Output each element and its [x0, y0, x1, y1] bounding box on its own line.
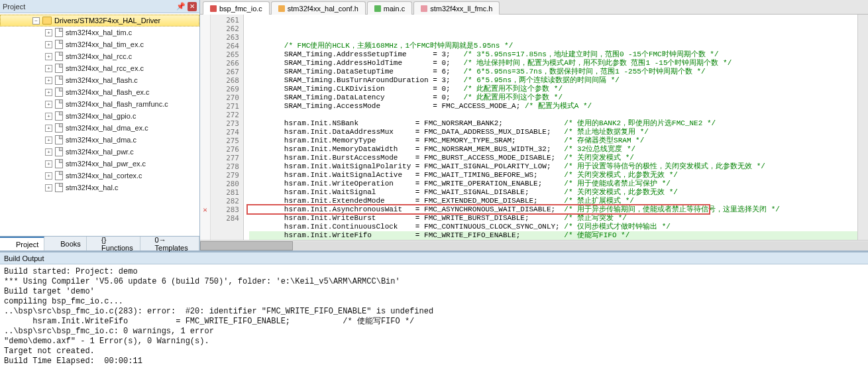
- expand-icon[interactable]: +: [45, 101, 52, 108]
- tree-file-item[interactable]: +stm32f4xx_hal_flash_ramfunc.c: [0, 98, 199, 110]
- tree-file-item[interactable]: +stm32f4xx_hal.c: [0, 182, 199, 193]
- c-file-icon: [55, 111, 63, 121]
- close-icon[interactable]: ✕: [188, 2, 197, 11]
- c-file-icon: [55, 159, 63, 168]
- code-line[interactable]: hsram.Init.ContinuousClock = FMC_CONTINU…: [249, 223, 857, 231]
- file-status-icon: [278, 5, 285, 12]
- expand-icon[interactable]: +: [45, 113, 52, 120]
- tree-file-item[interactable]: +stm32f4xx_hal_tim.c: [0, 27, 199, 38]
- code-line[interactable]: hsram.Init.WaitSignalActive = FMC_WAIT_T…: [249, 171, 857, 180]
- sidebar-tab-functions[interactable]: {} Functions: [87, 237, 140, 250]
- expand-icon[interactable]: +: [45, 137, 52, 144]
- tree-folder-drivers[interactable]: − Drivers/STM32F4xx_HAL_Driver: [0, 15, 199, 27]
- tree-file-label: stm32f4xx_hal_gpio.c: [66, 112, 136, 120]
- tree-file-label: stm32f4xx_hal_flash.c: [66, 76, 138, 84]
- tree-file-item[interactable]: +stm32f4xx_hal_dma_ex.c: [0, 122, 199, 134]
- sidebar-header-controls: 📌 ✕: [176, 2, 197, 11]
- code-line[interactable]: hsram.Init.ExtendedMode = FMC_EXTENDED_M…: [249, 197, 857, 205]
- code-line[interactable]: hsram.Init.DataAddressMux = FMC_DATA_ADD…: [249, 128, 857, 137]
- code-line[interactable]: hsram.Init.WaitSignalPolarity = FMC_WAIT…: [249, 162, 857, 171]
- tree-file-item[interactable]: +stm32f4xx_hal_flash.c: [0, 74, 199, 86]
- expand-icon[interactable]: +: [45, 160, 52, 168]
- code-line[interactable]: hsram.Init.MemoryDataWidth = FMC_NORSRAM…: [249, 145, 857, 154]
- c-file-icon: [55, 183, 63, 192]
- code-line[interactable]: hsram.Init.WriteFifo = FMC_WRITE_FIFO_EN…: [249, 231, 857, 240]
- code-line[interactable]: hsram.Init.MemoryType = FMC_MEMORY_TYPE_…: [249, 137, 857, 145]
- code-line[interactable]: hsram.Init.BurstAccessMode = FMC_BURST_A…: [249, 154, 857, 162]
- c-file-icon: [55, 123, 63, 133]
- tree-file-item[interactable]: +stm32f4xx_hal_flash_ex.c: [0, 86, 199, 98]
- collapse-icon[interactable]: −: [32, 17, 40, 25]
- editor-tab-label: stm32f4xx_ll_fmc.h: [430, 5, 492, 13]
- code-view[interactable]: /* FMC使用的HCLK，主频168MHz，1个FMC时钟周期就是5.95ns…: [244, 15, 857, 240]
- code-line[interactable]: SRAM_Timing.BusTurnAroundDuration = 3; /…: [249, 76, 857, 85]
- expand-icon[interactable]: +: [45, 89, 52, 96]
- code-line[interactable]: hsram.Init.WriteOperation = FMC_WRITE_OP…: [249, 180, 857, 188]
- sidebar-tab-label: Project: [16, 241, 38, 248]
- tree-file-item[interactable]: +stm32f4xx_hal_dma.c: [0, 134, 199, 146]
- tree-file-list: +stm32f4xx_hal_tim.c+stm32f4xx_hal_tim_e…: [0, 27, 199, 193]
- code-line[interactable]: /* FMC使用的HCLK，主频168MHz，1个FMC时钟周期就是5.95ns…: [249, 42, 857, 50]
- expand-icon[interactable]: +: [45, 65, 52, 72]
- editor-tab[interactable]: main.c: [367, 1, 412, 15]
- c-file-icon: [55, 171, 63, 180]
- scrollbar-thumb[interactable]: [200, 241, 293, 250]
- tree-file-item[interactable]: +stm32f4xx_hal_pwr_ex.c: [0, 158, 199, 170]
- c-file-icon: [55, 40, 63, 49]
- editor-tab[interactable]: stm32f4xx_ll_fmc.h: [413, 1, 500, 15]
- code-line[interactable]: hsram.Init.AsynchronousWait = FMC_ASYNCH…: [249, 205, 857, 214]
- tree-file-item[interactable]: +stm32f4xx_hal_cortex.c: [0, 170, 199, 182]
- tree-file-label: stm32f4xx_hal_flash_ex.c: [66, 88, 150, 96]
- tree-file-item[interactable]: +stm32f4xx_hal_tim_ex.c: [0, 38, 199, 50]
- vertical-scrollbar[interactable]: [857, 15, 868, 240]
- sidebar-bottom-tabs: ProjectBooks{} Functions0→ Templates: [0, 236, 199, 250]
- line-number-gutter: 2612622632642652662672682692702712722732…: [211, 15, 244, 240]
- functions-icon: [92, 240, 99, 248]
- sidebar-tab-label: Books: [60, 240, 81, 248]
- expand-icon[interactable]: +: [45, 41, 52, 48]
- error-marker-icon[interactable]: ✕: [200, 205, 210, 214]
- code-line[interactable]: hsram.Init.NSBank = FMC_NORSRAM_BANK2; /…: [249, 119, 857, 128]
- code-line[interactable]: [249, 111, 857, 119]
- pin-icon[interactable]: 📌: [176, 2, 184, 10]
- expand-icon[interactable]: +: [45, 29, 52, 36]
- expand-icon[interactable]: +: [45, 53, 52, 60]
- tree-file-label: stm32f4xx_hal_pwr_ex.c: [66, 160, 146, 168]
- expand-icon[interactable]: +: [45, 77, 52, 84]
- sidebar-tab-label: 0→ Templates: [155, 236, 193, 252]
- project-tree[interactable]: − Drivers/STM32F4xx_HAL_Driver +stm32f4x…: [0, 13, 199, 236]
- editor-tab[interactable]: bsp_fmc_io.c: [203, 1, 270, 15]
- sidebar-tab-templates[interactable]: 0→ Templates: [140, 237, 199, 250]
- code-line[interactable]: SRAM_Timing.CLKDivision = 0; /* 此配置用不到这个…: [249, 85, 857, 93]
- code-line[interactable]: SRAM_Timing.AddressHoldTime = 0; /* 地址保持…: [249, 59, 857, 68]
- code-line[interactable]: SRAM_Timing.DataLatency = 0; /* 此配置用不到这个…: [249, 93, 857, 102]
- c-file-icon: [55, 52, 63, 61]
- sidebar-tab-project[interactable]: Project: [0, 237, 44, 250]
- tree-file-label: stm32f4xx_hal.c: [66, 184, 118, 192]
- expand-icon[interactable]: +: [45, 184, 52, 192]
- tree-folder-label: Drivers/STM32F4xx_HAL_Driver: [54, 17, 160, 25]
- file-status-icon: [374, 5, 381, 12]
- tree-file-label: stm32f4xx_hal_tim_ex.c: [66, 40, 144, 48]
- code-line[interactable]: SRAM_Timing.AddressSetupTime = 3; /* 3*5…: [249, 50, 857, 59]
- upper-pane: Project 📌 ✕ − Drivers/STM32F4xx_HAL_Driv…: [0, 0, 868, 252]
- code-line[interactable]: hsram.Init.WriteBurst = FMC_WRITE_BURST_…: [249, 214, 857, 223]
- tree-file-item[interactable]: +stm32f4xx_hal_gpio.c: [0, 110, 199, 122]
- tree-file-label: stm32f4xx_hal_tim.c: [66, 28, 132, 36]
- editor-tabbar: bsp_fmc_io.cstm32f4xx_hal_conf.hmain.cst…: [200, 0, 868, 15]
- sidebar-tab-books[interactable]: Books: [44, 237, 87, 250]
- code-line[interactable]: SRAM_Timing.AccessMode = FMC_ACCESS_MODE…: [249, 102, 857, 111]
- c-file-icon: [55, 87, 63, 97]
- build-output-panel: Build Output Build started: Project: dem…: [0, 252, 868, 385]
- build-output-text[interactable]: Build started: Project: demo *** Using C…: [0, 264, 868, 385]
- expand-icon[interactable]: +: [45, 148, 52, 156]
- code-line[interactable]: SRAM_Timing.DataSetupTime = 6; /* 6*5.95…: [249, 68, 857, 76]
- editor-tab[interactable]: stm32f4xx_hal_conf.h: [271, 1, 366, 15]
- expand-icon[interactable]: +: [45, 172, 52, 180]
- tree-file-item[interactable]: +stm32f4xx_hal_pwr.c: [0, 146, 199, 158]
- code-line[interactable]: hsram.Init.WaitSignal = FMC_WAIT_SIGNAL_…: [249, 188, 857, 197]
- expand-icon[interactable]: +: [45, 125, 52, 132]
- tree-file-item[interactable]: +stm32f4xx_hal_rcc.c: [0, 50, 199, 62]
- horizontal-scrollbar[interactable]: [200, 240, 868, 250]
- tree-file-item[interactable]: +stm32f4xx_hal_rcc_ex.c: [0, 62, 199, 74]
